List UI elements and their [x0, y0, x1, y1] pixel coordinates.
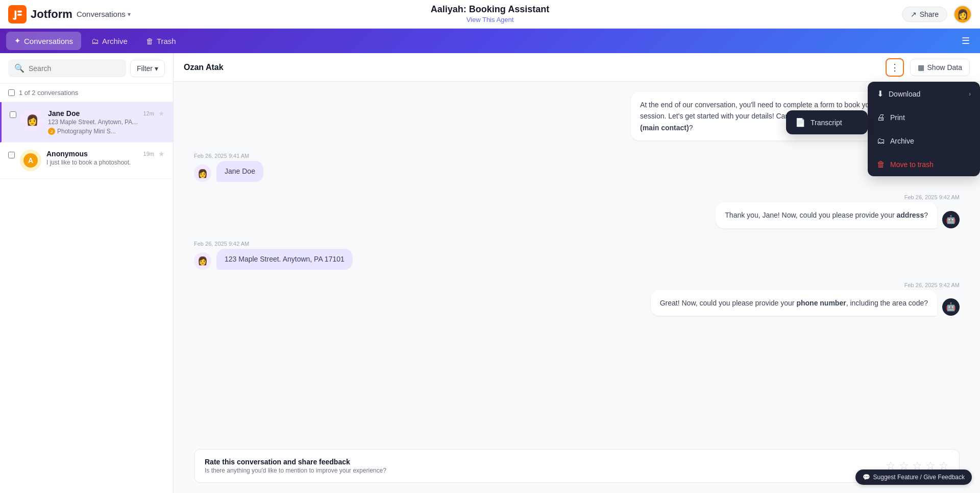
conversations-dropdown[interactable]: Conversations ▾ — [72, 8, 135, 20]
sidebar: 🔍 Filter ▾ 1 of 2 conversations 👩 Jane D… — [0, 53, 174, 493]
feedback-title: Rate this conversation and share feedbac… — [205, 458, 386, 466]
share-label: Share — [920, 10, 939, 18]
conv-checkbox-anon[interactable] — [8, 152, 15, 158]
conv-message-anon: I just like to book a photoshoot. — [46, 159, 138, 166]
conv-form-jane: J Photography Mini S... — [48, 128, 138, 135]
show-data-label: Show Data — [927, 63, 962, 72]
print-menu-item[interactable]: 🖨 Print — [868, 106, 980, 129]
user-message-1: 👩 Jane Doe — [194, 161, 263, 182]
star-icon-anon[interactable]: ★ — [158, 150, 165, 158]
suggest-feature-button[interactable]: 💬 Suggest Feature / Give Feedback — [855, 469, 972, 485]
conv-time-star-jane: 12m ★ — [143, 109, 165, 118]
show-data-icon: ▦ — [918, 63, 924, 72]
conv-checkbox-jane[interactable] — [10, 111, 16, 118]
count-text: 1 of 2 conversations — [19, 89, 78, 97]
timestamp: Feb 26, 2025 9:42 AM — [904, 282, 960, 288]
star-icon-jane[interactable]: ★ — [158, 109, 165, 118]
timestamp: Feb 26, 2025 9:42 AM — [904, 194, 960, 200]
print-icon: 🖨 — [877, 113, 885, 122]
trash-label: Move to trash — [890, 160, 934, 169]
feedback-text: Rate this conversation and share feedbac… — [205, 458, 386, 474]
search-input[interactable] — [29, 64, 120, 73]
conversations-count: 1 of 2 conversations — [0, 84, 173, 102]
svg-rect-1 — [17, 10, 22, 12]
conv-time-anon: 19m — [143, 151, 154, 157]
message-text: Thank you, Jane! Now, could you please p… — [725, 211, 928, 219]
select-all-checkbox[interactable] — [8, 89, 15, 96]
feedback-box: Rate this conversation and share feedbac… — [194, 449, 960, 483]
avatar-jane: 👩 — [21, 109, 43, 131]
tab-archive[interactable]: 🗂 Archive — [83, 32, 136, 50]
page-title-area: Aaliyah: Booking Assistant View This Age… — [431, 4, 549, 24]
message-text: 123 Maple Street. Anytown, PA 17101 — [225, 255, 345, 263]
bot-avatar: 🤖 — [942, 298, 960, 316]
timestamp: Feb 26, 2025 9:42 AM — [194, 241, 249, 247]
chat-header: Ozan Atak ⋮ ▦ Show Data — [174, 53, 980, 82]
message-bubble: 123 Maple Street. Anytown, PA 17101 — [216, 249, 353, 270]
view-agent-link[interactable]: View This Agent — [467, 16, 514, 24]
chat-area: Ozan Atak ⋮ ▦ Show Data 📄 Transcript — [174, 53, 980, 493]
bot-message-3: Great! Now, could you please provide you… — [651, 290, 960, 316]
hamburger-button[interactable]: ☰ — [958, 31, 974, 51]
svg-rect-2 — [17, 14, 22, 16]
download-menu-item[interactable]: ⬇ Download › — [868, 82, 980, 106]
more-options-button[interactable]: ⋮ — [886, 58, 904, 77]
tab-conversations[interactable]: ✦ Conversations — [6, 32, 81, 50]
download-icon: ⬇ — [877, 89, 884, 99]
page-title: Aaliyah: Booking Assistant — [431, 4, 549, 15]
logo-area[interactable]: Jotform — [8, 5, 72, 24]
filter-icon: ▾ — [155, 64, 158, 73]
bot-avatar: 🤖 — [942, 211, 960, 228]
move-to-trash-menu-item[interactable]: 🗑 Move to trash — [868, 153, 980, 176]
form-dot: J — [48, 128, 55, 135]
list-item[interactable]: A Anonymous I just like to book a photos… — [0, 143, 173, 179]
dropdown-label: Conversations — [77, 10, 126, 18]
search-input-wrap[interactable]: 🔍 — [8, 59, 126, 77]
transcript-label: Transcript — [811, 119, 842, 127]
transcript-menu-item[interactable]: 📄 Transcript — [786, 110, 868, 134]
chat-contact-name: Ozan Atak — [184, 63, 224, 72]
archive-icon: 🗂 — [877, 136, 885, 146]
trash-icon: 🗑 — [877, 160, 885, 169]
main-layout: 🔍 Filter ▾ 1 of 2 conversations 👩 Jane D… — [0, 53, 980, 493]
feedback-subtitle: Is there anything you'd like to mention … — [205, 467, 386, 474]
timestamp: Feb 26, 2025 9:41 AM — [194, 153, 249, 159]
message-bubble: Great! Now, could you please provide you… — [651, 290, 937, 316]
trash-tab-label: Trash — [157, 37, 176, 45]
share-icon: ↗ — [911, 10, 917, 18]
jotform-logo-icon — [8, 5, 27, 24]
message-group: Feb 26, 2025 9:42 AM 👩 123 Maple Street.… — [194, 239, 960, 270]
conv-name-jane: Jane Doe — [48, 109, 138, 118]
search-bar: 🔍 Filter ▾ — [0, 53, 173, 84]
chevron-down-icon: ▾ — [128, 11, 131, 18]
avatar[interactable]: 👩 — [953, 5, 972, 24]
user-avatar: 👩 — [194, 252, 211, 270]
filter-button[interactable]: Filter ▾ — [130, 60, 165, 77]
conv-time-star-anon: 19m ★ — [143, 150, 165, 158]
filter-label: Filter — [137, 64, 153, 73]
conv-info-jane: Jane Doe 123 Maple Street. Anytown, PA 1… — [48, 109, 138, 135]
tab-bar: ✦ Conversations 🗂 Archive 🗑 Trash ☰ — [0, 29, 980, 53]
conv-time-jane: 12m — [143, 110, 154, 116]
message-group: Feb 26, 2025 9:42 AM Thank you, Jane! No… — [194, 192, 960, 228]
print-label: Print — [890, 113, 905, 122]
show-data-button[interactable]: ▦ Show Data — [910, 59, 970, 76]
list-item[interactable]: 👩 Jane Doe 123 Maple Street. Anytown, PA… — [0, 102, 173, 143]
user-message-2: 👩 123 Maple Street. Anytown, PA 17101 — [194, 249, 353, 270]
archive-menu-item[interactable]: 🗂 Archive — [868, 129, 980, 153]
chevron-right-icon: › — [969, 90, 971, 98]
download-item-left: ⬇ Download — [877, 89, 920, 99]
message-text: Jane Doe — [225, 167, 255, 175]
svg-rect-0 — [8, 5, 27, 24]
download-label: Download — [889, 90, 920, 98]
conversation-list: 👩 Jane Doe 123 Maple Street. Anytown, PA… — [0, 102, 173, 493]
context-menu: ⬇ Download › 🖨 Print 🗂 Archive — [868, 82, 980, 176]
message-text: Great! Now, could you please provide you… — [660, 299, 928, 307]
trash-tab-icon: 🗑 — [146, 37, 154, 45]
conv-address-jane: 123 Maple Street. Anytown, PA 17101 — [48, 119, 138, 126]
tab-trash[interactable]: 🗑 Trash — [138, 32, 184, 50]
transcript-icon: 📄 — [795, 118, 805, 127]
share-button[interactable]: ↗ Share — [902, 7, 947, 22]
message-group: Feb 26, 2025 9:42 AM Great! Now, could y… — [194, 280, 960, 316]
conv-name-anon: Anonymous — [46, 150, 138, 158]
